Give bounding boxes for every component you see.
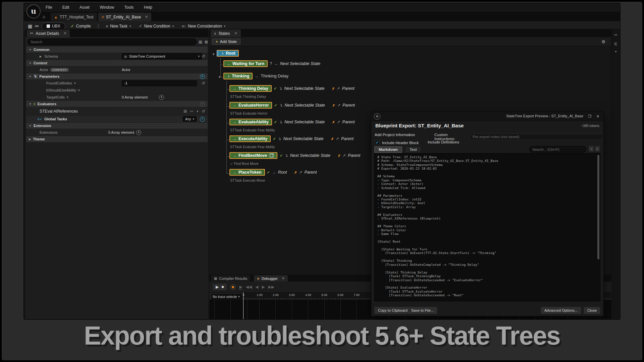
expander-icon[interactable]: ▶ (40, 55, 42, 58)
chevron-down-icon[interactable]: ▾ (78, 88, 80, 92)
export-search-input[interactable]: Search... (Ctrl+F) (529, 146, 586, 153)
row-evaluator[interactable]: STEval AIReferences ⊞ ✏ ▾ ↺ (26, 107, 208, 115)
add-element-icon[interactable]: + (136, 130, 141, 135)
section-extension[interactable]: ▼ Extension (26, 123, 208, 129)
add-state-button[interactable]: + Add State (212, 39, 240, 45)
edit-pencil-icon[interactable]: ✏ (611, 33, 620, 37)
next-frame-button[interactable]: ▶▶ (268, 285, 274, 289)
states-settings-gear-icon[interactable]: ⚙ (601, 39, 605, 44)
global-tasks-mode-dropdown[interactable]: Any ▾ (183, 116, 197, 122)
search-next-button[interactable]: ▸ (595, 146, 600, 152)
search-prev-button[interactable]: ◂ (589, 146, 594, 152)
state-node-execute-ability[interactable]: → ExecuteAbility ✓ ↴ Next Selectable Sta… (229, 135, 354, 142)
close-icon[interactable]: ✕ (63, 31, 66, 36)
prev-event-button[interactable]: ◀ (255, 285, 258, 289)
window-copy-icon[interactable]: ❐ (588, 114, 591, 119)
states-tab[interactable]: ≡ States ✕ (211, 29, 241, 37)
state-box[interactable]: → ExecuteAbility (229, 135, 271, 142)
close-icon[interactable]: ✕ (596, 114, 599, 119)
menu-file[interactable]: File (41, 3, 56, 12)
found-cell-index-input[interactable]: -1 (122, 80, 197, 86)
schema-dropdown[interactable]: ◎ StateTree Component ▾ (122, 53, 202, 59)
new-consideration-button[interactable]: ≡↑ New Consideration ▾ (179, 23, 228, 29)
state-box[interactable]: → FindBestMove ❐ (229, 152, 277, 159)
asset-details-tab[interactable]: ✏ Asset Details ✕ (27, 29, 70, 37)
row-actor-context[interactable]: Actor CONTEXT Actor (26, 66, 208, 73)
include-header-option[interactable]: ✓ Include Header Block (375, 140, 419, 145)
details-settings-gear-icon[interactable]: ⚙ (204, 40, 208, 45)
chevron-down-icon[interactable]: ▾ (611, 50, 620, 53)
save-icon[interactable]: ▦ (28, 23, 32, 29)
state-box[interactable]: → EvaluateHorror (229, 102, 272, 109)
advanced-options-button[interactable]: Advanced Options... (541, 307, 581, 314)
state-node-waiting[interactable]: → Waiting for Turn ? → Next Selectable S… (223, 60, 320, 67)
row-target-cells[interactable]: TargetCells ▾ 0 Array element + (26, 94, 208, 101)
menu-window[interactable]: Window (95, 3, 118, 12)
state-box[interactable]: → Thinking Delay (229, 85, 272, 92)
state-node-place-token[interactable]: → PlaceToken ✓ → Root ✗ ↗ Parent (229, 169, 317, 176)
tab-level[interactable]: ▲ TTT_Hospital_Test (51, 13, 97, 21)
custom-instructions-input[interactable]: Per-export notes (not saved) (470, 134, 603, 140)
play-button[interactable]: ▶ (216, 285, 219, 289)
browse-icon[interactable]: ✏ (35, 23, 39, 29)
close-button[interactable]: Close (584, 307, 600, 314)
tab-asset[interactable]: ≡ ST_Entity_AI_Base ✕ (98, 13, 151, 21)
trace-select-dropdown[interactable]: No trace selecte ▾ (211, 293, 246, 300)
debugger-tab[interactable]: ◈ Debugger ✕ (254, 275, 288, 282)
step-into-button[interactable]: ▶ (239, 285, 242, 290)
state-box[interactable]: ↴ Root (217, 50, 239, 57)
section-evaluators[interactable]: ▼ ≡ Evaluators + (26, 101, 208, 107)
compile-options-kebab[interactable]: ⋮ (96, 23, 101, 28)
close-icon[interactable]: ✕ (282, 276, 285, 281)
reset-icon[interactable]: ↺ (202, 81, 205, 85)
tab-markdown[interactable]: Markdown (374, 146, 402, 153)
timeline-playhead[interactable] (243, 292, 244, 319)
row-global-tasks[interactable]: ≡✓ Global Tasks Any ▾ + (26, 116, 208, 122)
copy-to-clipboard-button[interactable]: Copy to Clipboard (374, 307, 411, 314)
section-theme[interactable]: ▶ Theme (26, 136, 208, 142)
new-task-button[interactable]: ≡ New Task ▾ (103, 23, 134, 29)
reset-icon[interactable]: ↺ (202, 109, 205, 114)
add-project-info-option[interactable]: Add Project Information (375, 133, 415, 137)
compiler-results-tab[interactable]: ▦ Compiler Results (211, 275, 250, 282)
menu-help[interactable]: Help (140, 3, 157, 12)
close-icon[interactable]: ✕ (234, 31, 237, 36)
tab-text[interactable]: Text (406, 147, 421, 153)
section-context[interactable]: ▼ Context (26, 60, 208, 66)
menu-asset[interactable]: Asset (75, 3, 94, 12)
column-view-icon[interactable]: ⊞ (199, 40, 202, 45)
record-button[interactable] (230, 284, 236, 290)
state-node-thinking-delay[interactable]: → Thinking Delay ✓ ↴ Next Selectable Sta… (229, 85, 355, 92)
state-box[interactable]: ↴ Thinking (223, 73, 253, 79)
menu-tools[interactable]: Tools (120, 3, 138, 12)
state-node-evaluate-ability[interactable]: → EvaluateAbility ✓ ↴ Next Selectable St… (229, 119, 355, 125)
section-parameters[interactable]: ▼ V. Parameters + (26, 73, 208, 79)
add-element-icon[interactable]: + (159, 95, 164, 100)
next-event-button[interactable]: ▶ (262, 285, 265, 289)
state-node-evaluate-horror[interactable]: → EvaluateHorror ✓ ↴ Next Selectable Sta… (229, 102, 355, 109)
state-box[interactable]: → Waiting for Turn (223, 60, 268, 67)
state-node-thinking[interactable]: ↴ Thinking → Thinking Delay (223, 73, 288, 79)
chevron-down-icon[interactable]: ▾ (74, 81, 76, 85)
state-box[interactable]: → PlaceToken (229, 169, 265, 176)
include-definitions-option[interactable]: Include Definitions (428, 140, 459, 144)
add-global-task-icon[interactable]: + (200, 117, 205, 122)
expander-icon[interactable]: ▼ (212, 53, 215, 56)
row-found-cell-index[interactable]: FoundCellIndex ▾ -1 ↺ (26, 80, 208, 86)
state-box[interactable]: → EvaluateAbility (229, 119, 272, 125)
checkbox-checked[interactable]: ✓ (375, 140, 380, 145)
dialog-titlebar[interactable]: u StateTree Export Preview - ST_Entity_A… (371, 112, 603, 121)
section-common[interactable]: ▼ Common (26, 47, 208, 53)
browse-to-icon[interactable]: ⊞ (183, 109, 187, 114)
reset-icon[interactable]: ↺ (202, 54, 205, 59)
stop-button[interactable]: ■ (221, 285, 224, 289)
collapsed-tab-label[interactable]: C (611, 42, 620, 46)
chevron-down-icon[interactable]: ▾ (67, 96, 68, 99)
expander-icon[interactable]: ▼ (218, 75, 221, 79)
row-schema[interactable]: ▶ Schema ◎ StateTree Component ▾ ↺ (26, 53, 208, 60)
close-icon[interactable]: ✕ (145, 15, 148, 19)
menu-edit[interactable]: Edit (58, 3, 74, 12)
compile-button[interactable]: ✓ Compile (68, 23, 94, 29)
row-extensions[interactable]: Extensions 0 Array element + (26, 129, 208, 136)
home-icon[interactable]: ⌂ (43, 14, 45, 19)
